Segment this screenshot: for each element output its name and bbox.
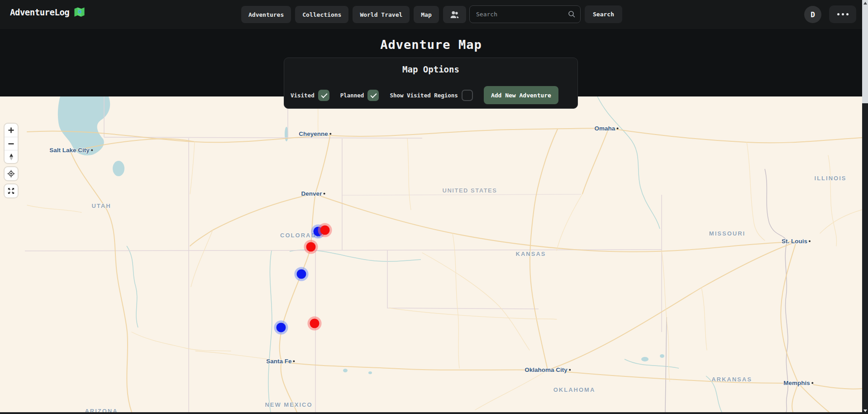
people-icon (450, 10, 459, 19)
world-map-icon (73, 6, 86, 18)
visited-toggle-group: Visited (291, 90, 329, 101)
compass-icon (8, 153, 14, 161)
members-button[interactable] (443, 6, 466, 23)
magnifier-icon (568, 10, 576, 20)
visited-label: Visited (291, 92, 315, 99)
scroll-down-icon[interactable] (863, 409, 867, 412)
adventure-marker-red[interactable] (306, 242, 316, 252)
show-regions-toggle-group: Show Visited Regions (390, 90, 473, 101)
map-options-card: Map Options Visited Planned Show Visited… (284, 58, 578, 109)
compass-button[interactable] (5, 150, 18, 163)
minus-icon (8, 140, 14, 147)
adventure-marker-red[interactable] (310, 319, 320, 328)
nav-map[interactable]: Map (414, 6, 439, 23)
adventure-marker-blue[interactable] (297, 270, 306, 279)
map-canvas[interactable]: Salt Lake CityCheyenneOmahaDenverSt. Lou… (0, 96, 862, 412)
scroll-up-icon[interactable] (863, 2, 867, 5)
map-options-title: Map Options (284, 64, 577, 74)
page-title: Adventure Map (0, 38, 862, 52)
horizontal-scrollbar[interactable] (0, 412, 862, 414)
zoom-out-button[interactable] (5, 137, 18, 150)
nav-collections[interactable]: Collections (295, 6, 348, 23)
map-options-row: Visited Planned Show Visited Regions Add… (291, 86, 558, 104)
overflow-menu-button[interactable] (829, 5, 856, 23)
nav-adventures[interactable]: Adventures (241, 6, 291, 23)
nav-world-travel[interactable]: World Travel (353, 6, 410, 23)
vertical-scrollbar[interactable] (862, 0, 868, 414)
planned-toggle-group: Planned (340, 90, 379, 101)
navbar: AdventureLog Adventures Collections Worl… (0, 0, 862, 29)
adventure-marker-red[interactable] (320, 226, 330, 235)
map-controls (5, 124, 18, 202)
user-avatar[interactable]: D (804, 6, 821, 23)
search-input[interactable] (469, 5, 581, 23)
add-new-adventure-button[interactable]: Add New Adventure (484, 86, 558, 104)
adventure-marker-blue[interactable] (277, 323, 286, 332)
visited-checkbox[interactable] (318, 90, 329, 101)
ellipsis-icon (837, 13, 839, 15)
app-logo[interactable]: AdventureLog (10, 6, 86, 18)
planned-checkbox[interactable] (367, 90, 379, 101)
app-logo-text: AdventureLog (10, 7, 69, 17)
plus-icon (8, 127, 14, 134)
search-button[interactable]: Search (585, 5, 622, 23)
main-nav: Adventures Collections World Travel Map (241, 6, 466, 23)
fullscreen-button[interactable] (5, 184, 18, 197)
scrollbar-thumb[interactable] (862, 0, 868, 103)
geolocate-button[interactable] (5, 167, 18, 180)
zoom-in-button[interactable] (5, 124, 18, 137)
map-markers (0, 96, 862, 412)
show-regions-label: Show Visited Regions (390, 92, 458, 99)
show-regions-checkbox[interactable] (462, 90, 473, 101)
fullscreen-icon (7, 187, 15, 195)
planned-label: Planned (340, 92, 364, 99)
geolocate-icon (7, 170, 15, 178)
search-wrap (469, 5, 581, 23)
